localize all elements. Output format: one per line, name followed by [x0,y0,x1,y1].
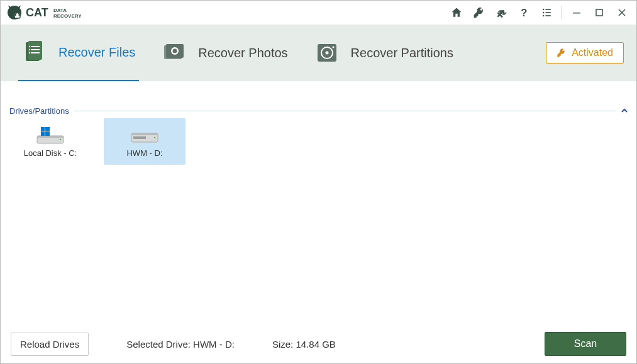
svg-text:RECOVERY: RECOVERY [53,13,82,19]
svg-rect-19 [31,52,40,53]
reload-drives-button[interactable]: Reload Drives [11,333,89,356]
svg-point-20 [29,46,30,47]
drive-hwm-d[interactable]: HWM - D: [104,118,186,165]
collapse-toggle[interactable] [621,108,628,115]
tab-recover-photos[interactable]: Recover Photos [158,25,291,81]
svg-rect-10 [546,12,551,13]
svg-point-26 [173,49,177,53]
size-info: Size: 14.84 GB [272,339,336,350]
titlebar-controls: ? [446,3,633,22]
minimize-icon [572,8,581,17]
maximize-button[interactable] [589,3,610,22]
svg-point-21 [29,49,30,50]
titlebar: CAT DATA RECOVERY ? [1,1,636,25]
svg-point-33 [60,138,61,140]
svg-rect-32 [37,136,64,138]
svg-rect-12 [546,15,551,16]
drive-label: Local Disk - C: [24,148,77,158]
partitions-icon [314,40,340,65]
svg-text:CAT: CAT [26,6,48,19]
svg-rect-14 [596,9,602,16]
chevron-up-icon [621,108,628,114]
scan-button[interactable]: Scan [545,332,626,356]
help-icon: ? [518,6,531,19]
brand-text: CAT DATA RECOVERY [26,5,82,20]
separator [562,6,562,19]
svg-text:DATA: DATA [53,8,67,13]
home-icon [450,6,463,19]
svg-rect-42 [131,133,158,135]
help-button[interactable]: ? [514,3,535,22]
svg-rect-35 [41,127,45,131]
svg-point-7 [543,9,545,11]
drives-list: Local Disk - C: HWM - D: [1,118,636,165]
svg-rect-38 [45,131,50,136]
home-button[interactable] [446,3,467,22]
drive-icon [130,126,159,145]
drives-section-header: Drives/Partitions [1,100,636,118]
svg-rect-37 [41,131,45,136]
close-icon [618,8,626,17]
section-label: Drives/Partitions [9,106,69,116]
svg-rect-13 [573,13,580,14]
svg-point-44 [154,136,155,138]
svg-rect-8 [546,9,551,10]
activated-badge: Activated [546,42,624,63]
app-logo: CAT DATA RECOVERY [7,5,82,20]
menu-icon [541,6,553,19]
share-button[interactable] [491,3,512,22]
tab-label: Recover Files [58,45,135,60]
tab-recover-files[interactable]: Recover Files [18,25,139,81]
tab-label: Recover Partitions [351,46,453,60]
menu-button[interactable] [536,3,558,22]
maximize-icon [595,8,604,17]
svg-point-9 [543,12,545,14]
svg-point-11 [543,15,545,17]
tab-label: Recover Photos [198,46,287,60]
svg-point-29 [325,52,328,55]
share-arrow-icon [496,6,508,19]
drive-local-c[interactable]: Local Disk - C: [9,118,91,165]
svg-rect-17 [31,46,40,47]
bottom-bar: Reload Drives Selected Drive: HWM - D: S… [1,324,636,363]
mode-tabs: Recover Files Recover Photos Recover Par… [1,25,636,81]
svg-rect-43 [133,136,146,139]
photos-icon [162,40,187,65]
drive-label: HWM - D: [126,148,162,158]
cat-logo-icon [7,5,22,20]
svg-rect-18 [31,49,40,50]
selected-drive-info: Selected Drive: HWM - D: [126,339,235,350]
key-icon [473,6,485,19]
key-button[interactable] [468,3,490,22]
files-icon [22,40,47,65]
svg-point-22 [29,52,30,53]
tab-recover-partitions[interactable]: Recover Partitions [311,25,457,81]
minimize-button[interactable] [566,3,587,22]
close-button[interactable] [611,3,633,22]
drive-icon [36,126,65,145]
svg-text:?: ? [521,7,527,19]
svg-rect-36 [45,127,50,131]
key-icon [557,48,567,58]
svg-point-30 [332,47,334,48]
section-divider [74,111,616,111]
activated-label: Activated [572,47,613,58]
